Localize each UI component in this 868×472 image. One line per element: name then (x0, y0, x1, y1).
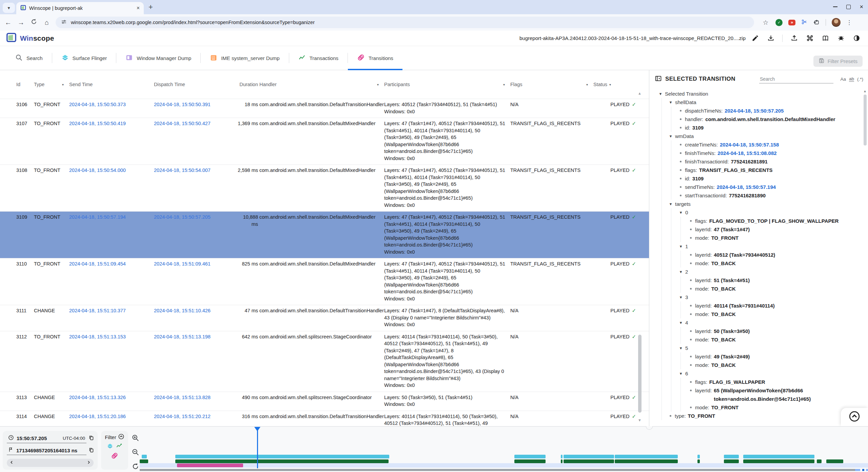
table-scrollbar[interactable] (638, 335, 642, 413)
new-tab-button[interactable]: + (149, 3, 153, 12)
zoom-out-icon[interactable] (132, 448, 139, 457)
reload-icon[interactable] (30, 18, 38, 27)
home-icon[interactable]: ⌂ (43, 19, 51, 26)
tree-node-2[interactable]: ▾2 (649, 268, 868, 276)
cell-send-time[interactable]: 2024-04-18, 15:50:57.194 (69, 214, 154, 255)
table-row-3106[interactable]: 3106TO_FRONT2024-04-18, 15:50:50.3732024… (0, 99, 649, 118)
expand-arrow-icon[interactable]: ▾ (666, 98, 675, 106)
column-header-id[interactable]: Id (16, 82, 34, 87)
tree-node-dispatchtimens[interactable]: dispatchTimeNs:2024-04-18, 15:50:57.205 (649, 106, 868, 115)
tree-node-mode[interactable]: mode:TO_BACK (649, 335, 868, 344)
cell-send-time[interactable]: 2024-04-18, 15:50:50.419 (69, 120, 154, 162)
book-icon[interactable] (821, 34, 829, 42)
panel-scroll-up-icon[interactable]: ▲ (863, 89, 867, 93)
tree-node-mode[interactable]: mode:TO_BACK (649, 310, 868, 318)
tree-node-5[interactable]: ▾5 (649, 344, 868, 352)
table-row-3114[interactable]: 3114CHANGE2024-04-18, 15:51:20.1862024-0… (0, 411, 649, 427)
expand-arrow-icon[interactable]: ▾ (656, 90, 665, 98)
tree-node-layerid[interactable]: layerId:40114 (Task=7931#40114) (649, 301, 868, 310)
forward-icon[interactable]: → (17, 19, 25, 26)
cell-send-time[interactable]: 2024-04-18, 15:51:13.153 (69, 333, 154, 389)
contrast-icon[interactable] (852, 34, 861, 42)
cell-dispatch-time[interactable]: 2024-04-18, 15:50:54.007 (154, 167, 217, 209)
step-back-icon[interactable] (9, 460, 14, 466)
whole-word-toggle[interactable]: ab (849, 76, 854, 82)
column-header-handler[interactable]: Handler▾ (259, 82, 384, 87)
tree-value[interactable]: 2024-04-18, 15:50:57.205 (725, 106, 784, 115)
tab-window-manager-dump[interactable]: Window Manager Dump (116, 46, 200, 70)
address-bar[interactable]: winscope.teams.x20web.corp.google.com/pr… (56, 17, 754, 28)
tab-transactions[interactable]: Transactions (289, 46, 348, 70)
tree-node-type[interactable]: type:TO_FRONT (649, 412, 868, 420)
cell-send-time[interactable]: 2024-04-18, 15:51:09.454 (69, 260, 154, 302)
expand-arrow-icon[interactable]: ▾ (676, 369, 685, 378)
column-header-send-time[interactable]: Send Time (69, 82, 154, 87)
expand-arrow-icon[interactable]: ▾ (676, 242, 685, 251)
collapse-filter-icon[interactable] (118, 433, 124, 441)
browser-tab[interactable]: Winscope | bugreport-ak × (16, 2, 144, 14)
column-header-type[interactable]: Type▾ (34, 82, 69, 87)
cell-send-time[interactable]: 2024-04-18, 15:50:54.000 (69, 167, 154, 209)
collapse-panel-icon[interactable] (655, 75, 662, 83)
tree-search-input[interactable] (759, 75, 834, 83)
bookmark-star-icon[interactable]: ☆ (762, 19, 770, 26)
tree-node-id[interactable]: id:3109 (649, 123, 868, 132)
expand-arrow-icon[interactable]: ▾ (666, 200, 675, 208)
tree-node-flags[interactable]: flags:FLAG_MOVED_TO_TOP | FLAG_SHOW_WALL… (649, 217, 868, 225)
profile-avatar[interactable] (832, 18, 841, 27)
tree-node-targets[interactable]: ▾targets (649, 200, 868, 208)
cell-dispatch-time[interactable]: 2024-04-18, 15:51:09.461 (154, 260, 217, 302)
tree-node-layerid[interactable]: layerId:65 (WallpaperWindowToken{87b6d66… (649, 386, 868, 403)
filter-dropdown-icon[interactable]: ▾ (377, 83, 379, 86)
cell-dispatch-time[interactable]: 2024-04-18, 15:51:13.198 (154, 333, 217, 389)
tree-node-layerid[interactable]: layerId:49 (Task=2#49) (649, 352, 868, 361)
tree-node-layerid[interactable]: layerId:50 (Task=3#50) (649, 327, 868, 335)
tree-node-mode[interactable]: mode:TO_FRONT (649, 234, 868, 242)
column-header-dispatch-time[interactable]: Dispatch Time (154, 82, 217, 87)
cell-dispatch-time[interactable]: 2024-04-18, 15:50:50.391 (154, 101, 217, 115)
tree-node-layerid[interactable]: layerId:40512 (Task=7934#40512) (649, 251, 868, 259)
bug-icon[interactable] (837, 34, 845, 42)
tree-node-selectedtransition[interactable]: ▾Selected Transition (649, 90, 868, 98)
tree-node-starttransactionid[interactable]: startTransactionId:7752416281890 (649, 191, 868, 200)
table-scroll-down-icon[interactable]: ▼ (638, 418, 642, 422)
table-row-3112[interactable]: 3112TO_FRONT2024-04-18, 15:51:13.1532024… (0, 331, 649, 392)
transactions-trace-icon[interactable] (116, 443, 122, 451)
tree-node-flags[interactable]: flags:FLAG_IS_WALLPAPER (649, 378, 868, 386)
regex-toggle[interactable]: (.*) (857, 77, 863, 82)
tree-node-finishtransactionid[interactable]: finishTransactionId:7752416281891 (649, 157, 868, 166)
cell-dispatch-time[interactable]: 2024-04-18, 15:51:13.828 (154, 394, 217, 408)
current-ns-field[interactable]: 1713469857205164013 ns (7, 446, 86, 455)
step-forward-icon[interactable] (86, 460, 91, 466)
tab-search[interactable]: Search (6, 46, 52, 70)
browser-menu-icon[interactable]: ⋮ (846, 19, 852, 26)
timeline-scrollbar[interactable] (140, 469, 857, 471)
tree-node-3[interactable]: ▾3 (649, 293, 868, 301)
cell-send-time[interactable]: 2024-04-18, 15:51:13.326 (69, 394, 154, 408)
tree-node-layerid[interactable]: layerId:51 (Task=4#51) (649, 276, 868, 284)
transitions-trace-icon[interactable] (111, 452, 118, 461)
filter-dropdown-icon[interactable]: ▾ (503, 83, 505, 86)
tree-node-id[interactable]: id:3109 (649, 174, 868, 183)
surfaceflinger-trace-icon[interactable] (107, 443, 113, 451)
filter-dropdown-icon[interactable]: ▾ (609, 83, 611, 86)
cell-dispatch-time[interactable]: 2024-04-18, 15:51:20.212 (154, 413, 217, 427)
panel-scrollbar[interactable] (864, 95, 867, 145)
current-time-field[interactable]: 15:50:57.205 UTC-04:00 (7, 434, 86, 443)
tree-node-4[interactable]: ▾4 (649, 318, 868, 327)
expand-arrow-icon[interactable]: ▾ (676, 318, 685, 327)
column-header-status[interactable]: Status▾ (593, 82, 644, 87)
extensions-puzzle-icon[interactable] (813, 19, 820, 26)
tree-node-sendtimens[interactable]: sendTimeNs:2024-04-18, 15:50:57.194 (649, 183, 868, 191)
zoom-reset-icon[interactable] (132, 463, 139, 472)
site-settings-icon[interactable] (61, 19, 67, 26)
command-icon[interactable] (806, 34, 814, 42)
tree-node-mode[interactable]: mode:TO_BACK (649, 361, 868, 369)
zoom-in-icon[interactable] (132, 434, 139, 443)
column-header-flags[interactable]: Flags▾ (510, 82, 593, 87)
tab-ime-system_server-dump[interactable]: IME system_server Dump (201, 46, 289, 70)
extension-red-icon[interactable]: » (788, 20, 795, 25)
window-maximize-button[interactable] (846, 5, 851, 9)
tab-transitions[interactable]: Transitions (348, 46, 402, 70)
tab-search-button[interactable]: ▾ (3, 3, 15, 13)
